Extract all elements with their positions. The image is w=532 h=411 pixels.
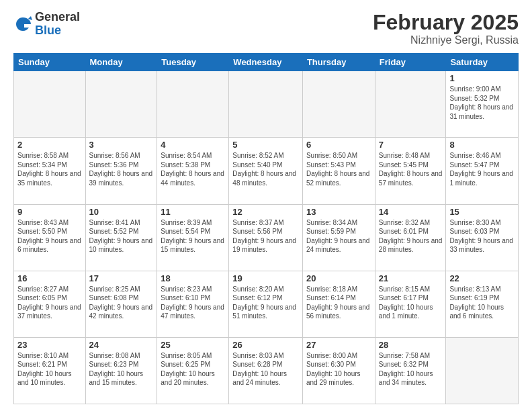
day-info: Sunrise: 8:34 AM Sunset: 5:59 PM Dayligh… <box>306 218 371 255</box>
day-info: Sunrise: 8:46 AM Sunset: 5:47 PM Dayligh… <box>449 151 515 187</box>
day-info: Sunrise: 8:00 AM Sunset: 6:30 PM Dayligh… <box>306 351 371 387</box>
day-number: 17 <box>89 273 154 283</box>
table-row: 21Sunrise: 8:15 AM Sunset: 6:17 PM Dayli… <box>375 271 446 337</box>
day-number: 2 <box>17 140 82 150</box>
day-number: 27 <box>306 340 371 350</box>
logo-text: General Blue <box>35 11 80 38</box>
table-row: 12Sunrise: 8:37 AM Sunset: 5:56 PM Dayli… <box>229 204 303 271</box>
day-info: Sunrise: 8:32 AM Sunset: 6:01 PM Dayligh… <box>379 218 443 255</box>
day-info: Sunrise: 8:27 AM Sunset: 6:05 PM Dayligh… <box>17 285 82 321</box>
table-row <box>375 71 446 138</box>
calendar-week-row: 9Sunrise: 8:43 AM Sunset: 5:50 PM Daylig… <box>14 204 519 271</box>
table-row <box>229 71 303 138</box>
day-number: 18 <box>161 273 225 283</box>
day-info: Sunrise: 7:58 AM Sunset: 6:32 PM Dayligh… <box>379 351 443 387</box>
table-row <box>302 71 375 138</box>
table-row: 26Sunrise: 8:03 AM Sunset: 6:28 PM Dayli… <box>229 337 303 404</box>
calendar-week-row: 16Sunrise: 8:27 AM Sunset: 6:05 PM Dayli… <box>14 271 519 337</box>
table-row: 7Sunrise: 8:48 AM Sunset: 5:45 PM Daylig… <box>375 138 446 204</box>
table-row: 20Sunrise: 8:18 AM Sunset: 6:14 PM Dayli… <box>302 271 375 337</box>
day-info: Sunrise: 8:50 AM Sunset: 5:43 PM Dayligh… <box>306 151 371 187</box>
calendar-title: February 2025 <box>373 11 519 34</box>
page: General Blue February 2025 Nizhniye Serg… <box>0 0 532 411</box>
day-info: Sunrise: 8:43 AM Sunset: 5:50 PM Dayligh… <box>17 218 82 255</box>
table-row: 16Sunrise: 8:27 AM Sunset: 6:05 PM Dayli… <box>14 271 86 337</box>
table-row: 6Sunrise: 8:50 AM Sunset: 5:43 PM Daylig… <box>302 138 375 204</box>
table-row: 15Sunrise: 8:30 AM Sunset: 6:03 PM Dayli… <box>446 204 519 271</box>
logo-blue-text: Blue <box>35 24 80 38</box>
day-number: 21 <box>379 273 443 283</box>
logo: General Blue <box>13 11 80 38</box>
day-info: Sunrise: 8:56 AM Sunset: 5:36 PM Dayligh… <box>89 151 154 187</box>
calendar-week-row: 1Sunrise: 9:00 AM Sunset: 5:32 PM Daylig… <box>14 71 519 138</box>
table-row <box>14 71 86 138</box>
day-info: Sunrise: 8:48 AM Sunset: 5:45 PM Dayligh… <box>379 151 443 187</box>
calendar-table: Sunday Monday Tuesday Wednesday Thursday… <box>13 53 519 404</box>
day-info: Sunrise: 8:05 AM Sunset: 6:25 PM Dayligh… <box>161 351 225 387</box>
table-row: 24Sunrise: 8:08 AM Sunset: 6:23 PM Dayli… <box>85 337 157 404</box>
day-number: 13 <box>306 207 371 217</box>
day-info: Sunrise: 8:54 AM Sunset: 5:38 PM Dayligh… <box>161 151 225 187</box>
day-info: Sunrise: 8:13 AM Sunset: 6:19 PM Dayligh… <box>449 285 515 321</box>
table-row: 23Sunrise: 8:10 AM Sunset: 6:21 PM Dayli… <box>14 337 86 404</box>
day-number: 23 <box>17 340 82 350</box>
day-info: Sunrise: 8:08 AM Sunset: 6:23 PM Dayligh… <box>89 351 154 387</box>
day-number: 5 <box>232 140 299 150</box>
table-row: 28Sunrise: 7:58 AM Sunset: 6:32 PM Dayli… <box>375 337 446 404</box>
day-info: Sunrise: 8:39 AM Sunset: 5:54 PM Dayligh… <box>161 218 225 255</box>
table-row: 10Sunrise: 8:41 AM Sunset: 5:52 PM Dayli… <box>85 204 157 271</box>
header-tuesday: Tuesday <box>157 54 229 71</box>
day-number: 10 <box>89 207 154 217</box>
header-saturday: Saturday <box>446 54 519 71</box>
header-wednesday: Wednesday <box>229 54 303 71</box>
logo-icon <box>13 15 32 34</box>
table-row: 18Sunrise: 8:23 AM Sunset: 6:10 PM Dayli… <box>157 271 229 337</box>
table-row <box>85 71 157 138</box>
table-row: 14Sunrise: 8:32 AM Sunset: 6:01 PM Dayli… <box>375 204 446 271</box>
table-row: 5Sunrise: 8:52 AM Sunset: 5:40 PM Daylig… <box>229 138 303 204</box>
logo-general-text: General <box>35 11 80 24</box>
table-row: 22Sunrise: 8:13 AM Sunset: 6:19 PM Dayli… <box>446 271 519 337</box>
day-info: Sunrise: 8:15 AM Sunset: 6:17 PM Dayligh… <box>379 285 443 321</box>
day-number: 20 <box>306 273 371 283</box>
day-number: 19 <box>232 273 299 283</box>
table-row: 11Sunrise: 8:39 AM Sunset: 5:54 PM Dayli… <box>157 204 229 271</box>
day-number: 4 <box>161 140 225 150</box>
header-friday: Friday <box>375 54 446 71</box>
header-sunday: Sunday <box>14 54 86 71</box>
day-info: Sunrise: 8:23 AM Sunset: 6:10 PM Dayligh… <box>161 285 225 321</box>
header-monday: Monday <box>85 54 157 71</box>
day-number: 15 <box>449 207 515 217</box>
day-info: Sunrise: 8:20 AM Sunset: 6:12 PM Dayligh… <box>232 285 299 321</box>
day-info: Sunrise: 8:52 AM Sunset: 5:40 PM Dayligh… <box>232 151 299 187</box>
day-info: Sunrise: 8:37 AM Sunset: 5:56 PM Dayligh… <box>232 218 299 255</box>
day-info: Sunrise: 9:00 AM Sunset: 5:32 PM Dayligh… <box>449 85 515 121</box>
day-info: Sunrise: 8:58 AM Sunset: 5:34 PM Dayligh… <box>17 151 82 187</box>
day-number: 16 <box>17 273 82 283</box>
day-number: 7 <box>379 140 443 150</box>
calendar-week-row: 2Sunrise: 8:58 AM Sunset: 5:34 PM Daylig… <box>14 138 519 204</box>
day-number: 3 <box>89 140 154 150</box>
header-thursday: Thursday <box>302 54 375 71</box>
calendar-header-row: Sunday Monday Tuesday Wednesday Thursday… <box>14 54 519 71</box>
table-row: 3Sunrise: 8:56 AM Sunset: 5:36 PM Daylig… <box>85 138 157 204</box>
table-row: 8Sunrise: 8:46 AM Sunset: 5:47 PM Daylig… <box>446 138 519 204</box>
day-number: 11 <box>161 207 225 217</box>
day-number: 12 <box>232 207 299 217</box>
day-info: Sunrise: 8:10 AM Sunset: 6:21 PM Dayligh… <box>17 351 82 387</box>
day-info: Sunrise: 8:41 AM Sunset: 5:52 PM Dayligh… <box>89 218 154 255</box>
table-row: 13Sunrise: 8:34 AM Sunset: 5:59 PM Dayli… <box>302 204 375 271</box>
day-number: 8 <box>449 140 515 150</box>
day-number: 24 <box>89 340 154 350</box>
day-number: 28 <box>379 340 443 350</box>
table-row: 4Sunrise: 8:54 AM Sunset: 5:38 PM Daylig… <box>157 138 229 204</box>
day-info: Sunrise: 8:03 AM Sunset: 6:28 PM Dayligh… <box>232 351 299 387</box>
day-number: 25 <box>161 340 225 350</box>
day-number: 9 <box>17 207 82 217</box>
day-info: Sunrise: 8:18 AM Sunset: 6:14 PM Dayligh… <box>306 285 371 321</box>
day-number: 22 <box>449 273 515 283</box>
calendar-week-row: 23Sunrise: 8:10 AM Sunset: 6:21 PM Dayli… <box>14 337 519 404</box>
table-row <box>157 71 229 138</box>
table-row: 17Sunrise: 8:25 AM Sunset: 6:08 PM Dayli… <box>85 271 157 337</box>
table-row: 1Sunrise: 9:00 AM Sunset: 5:32 PM Daylig… <box>446 71 519 138</box>
